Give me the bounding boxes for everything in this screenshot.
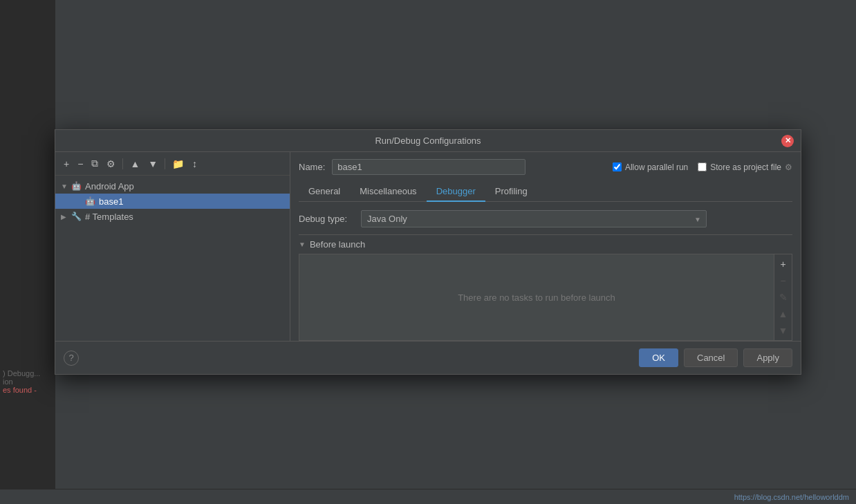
android-config-icon: 🤖 [84, 196, 95, 207]
debug-type-select[interactable]: Java Only Native Dual Auto [361, 210, 707, 227]
before-launch-empty-message: There are no tasks to run before launch [299, 254, 774, 340]
android-icon: 🤖 [71, 180, 82, 192]
before-launch-edit-button[interactable]: ✎ [776, 290, 790, 304]
close-button[interactable]: ✕ [781, 135, 794, 147]
run-debug-dialog: Run/Debug Configurations ✕ + − ⧉ ⚙ ▲ ▼ 📁… [55, 129, 801, 375]
name-label: Name: [299, 162, 325, 172]
store-project-checkbox[interactable] [698, 162, 707, 171]
checkboxes-row: Allow parallel run Store as project file… [613, 162, 792, 172]
title-bar: Run/Debug Configurations ✕ [55, 130, 801, 152]
copy-config-button[interactable]: ⧉ [89, 156, 101, 171]
before-launch-sidebar: + − ✎ ▲ ▼ [774, 254, 792, 340]
tree-templates[interactable]: ▶ 🔧 # Templates [55, 209, 290, 224]
right-panel: Name: Allow parallel run Store as projec… [290, 152, 801, 341]
left-panel: + − ⧉ ⚙ ▲ ▼ 📁 ↕ ▼ 🤖 Android App [55, 152, 290, 341]
settings-gear-icon[interactable]: ⚙ [785, 162, 792, 172]
tree-android-app[interactable]: ▼ 🤖 Android App [55, 178, 290, 194]
toolbar-separator-2 [165, 158, 165, 169]
before-launch-body: There are no tasks to run before launch … [299, 254, 792, 341]
tab-debugger[interactable]: Debugger [427, 182, 485, 202]
apply-button[interactable]: Apply [743, 348, 792, 367]
name-input[interactable] [332, 159, 525, 175]
wrench-icon: 🔧 [71, 211, 82, 222]
tree-arrow-templates: ▶ [61, 213, 71, 221]
before-launch-down-button[interactable]: ▼ [776, 324, 790, 337]
tree-base1[interactable]: 🤖 base1 [55, 194, 290, 209]
tab-general[interactable]: General [299, 182, 350, 202]
dialog-title: Run/Debug Configurations [375, 136, 481, 146]
ide-bg-text: ) Debugg... ion es found - [0, 366, 55, 397]
store-project-group: Store as project file ⚙ [698, 162, 792, 172]
folder-button[interactable]: 📁 [169, 157, 187, 171]
store-project-label: Store as project file [710, 162, 781, 172]
help-button[interactable]: ? [64, 351, 79, 366]
android-app-label: Android App [85, 181, 134, 192]
debug-type-label: Debug type: [299, 214, 354, 224]
tree-arrow-android: ▼ [61, 183, 71, 190]
before-launch-header: ▼ Before launch [299, 235, 792, 254]
before-launch-title: Before launch [310, 239, 365, 250]
add-config-button[interactable]: + [61, 157, 72, 171]
debug-type-row: Debug type: Java Only Native Dual Auto ▼ [299, 210, 792, 227]
debug-type-select-wrapper: Java Only Native Dual Auto ▼ [361, 210, 707, 227]
before-launch-toggle[interactable]: ▼ [299, 241, 306, 248]
cancel-button[interactable]: Cancel [684, 348, 738, 367]
left-toolbar: + − ⧉ ⚙ ▲ ▼ 📁 ↕ [55, 152, 290, 176]
tabs-row: General Miscellaneous Debugger Profiling [299, 182, 792, 202]
dialog-footer: ? OK Cancel Apply [55, 341, 801, 374]
toolbar-separator-1 [122, 158, 123, 169]
ok-button[interactable]: OK [639, 348, 678, 367]
before-launch-section: ▼ Before launch There are no tasks to ru… [299, 234, 792, 341]
templates-label: # Templates [85, 212, 133, 222]
before-launch-add-button[interactable]: + [776, 257, 790, 271]
ide-background [0, 0, 55, 504]
base1-label: base1 [99, 196, 123, 207]
tab-profiling[interactable]: Profiling [485, 182, 537, 202]
move-up-button[interactable]: ▲ [127, 157, 142, 171]
allow-parallel-label: Allow parallel run [625, 162, 688, 172]
name-row: Name: Allow parallel run Store as projec… [299, 159, 792, 175]
footer-buttons: OK Cancel Apply [639, 348, 792, 367]
allow-parallel-checkbox[interactable] [613, 162, 622, 171]
sort-button[interactable]: ↕ [189, 157, 200, 171]
allow-parallel-group: Allow parallel run [613, 162, 688, 172]
before-launch-remove-button[interactable]: − [776, 274, 790, 288]
tab-miscellaneous[interactable]: Miscellaneous [350, 182, 426, 202]
config-tree: ▼ 🤖 Android App 🤖 base1 ▶ 🔧 # Templates [55, 176, 290, 341]
settings-config-button[interactable]: ⚙ [104, 157, 118, 171]
remove-config-button[interactable]: − [75, 157, 86, 171]
dialog-body: + − ⧉ ⚙ ▲ ▼ 📁 ↕ ▼ 🤖 Android App [55, 152, 801, 341]
move-down-button[interactable]: ▼ [145, 157, 160, 171]
status-bar: https://blog.csdn.net/helloworlddm [0, 489, 856, 504]
status-bar-url: https://blog.csdn.net/helloworlddm [734, 493, 849, 501]
before-launch-up-button[interactable]: ▲ [776, 307, 790, 321]
